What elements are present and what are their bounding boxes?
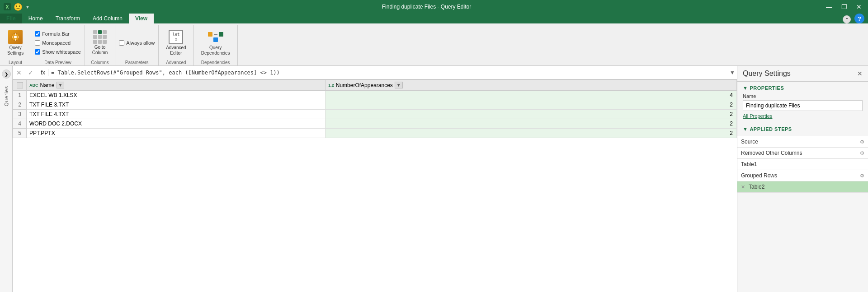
query-settings-button[interactable]: QuerySettings [4,28,27,58]
formula-fn-label: fx [38,69,48,76]
tab-view[interactable]: View [129,14,154,23]
step-removed-other-columns[interactable]: Removed Other Columns ⚙ [737,148,868,159]
left-sidebar: ❯ Queries [0,66,13,292]
step-removed-other-columns-gear[interactable]: ⚙ [860,150,864,156]
table-row: 1 EXCEL WB 1.XLSX 4 [13,91,737,100]
ribbon-tabs: File Home Transform Add Column View ⌃ ? [0,14,868,23]
advanced-editor-button[interactable]: letx= AdvancedEditor [162,28,189,58]
always-allow-checkbox-row[interactable]: Always allow [119,39,155,46]
maximize-button[interactable]: ❐ [839,2,850,11]
advanced-group-content: letx= AdvancedEditor [162,26,189,59]
row-3-name: TXT FILE 4.TXT [27,110,326,119]
ribbon-group-dependencies: QueryDependencies Dependencies [194,25,238,65]
tab-transform[interactable]: Transform [49,14,86,23]
query-name-input[interactable] [743,100,863,111]
step-grouped-rows[interactable]: Grouped Rows ⚙ [737,170,868,181]
row-1-appearances: 4 [326,91,737,100]
properties-section-title: ▼ PROPERTIES [743,85,863,91]
properties-arrow-icon: ▼ [743,85,748,91]
right-panel-header: Query Settings ✕ [737,66,868,82]
row-5-appearances: 2 [326,129,737,138]
collapse-ribbon-button[interactable]: ⌃ [843,15,851,23]
step-source-gear[interactable]: ⚙ [860,139,864,145]
help-button[interactable]: ? [854,14,864,23]
appearances-col-type-icon: 1.2 [328,83,334,88]
step-table1[interactable]: Table1 [737,159,868,170]
editor-area: ✕ ✓ fx ▼ ABC [13,66,737,292]
data-grid-wrapper: ABC Name ▼ 1.2 NumberOfAppearances ▼ [13,79,737,292]
step-source[interactable]: Source ⚙ [737,136,868,148]
always-allow-checkbox[interactable] [119,40,124,46]
advanced-editor-label: AdvancedEditor [166,45,186,56]
window-title: Finding duplicate Files - Query Editor [30,4,823,10]
applied-steps-label: APPLIED STEPS [750,126,792,132]
formula-expand-button[interactable]: ▼ [730,70,735,76]
emoji-icon: 🙂 [14,3,23,11]
step-table2-x[interactable]: ✕ [741,184,745,190]
formula-bar: ✕ ✓ fx ▼ [13,66,737,79]
svg-point-1 [14,36,17,38]
ribbon-group-columns: Go toColumn Columns [85,25,115,65]
appearances-col-filter[interactable]: ▼ [395,82,403,88]
monospaced-label: Monospaced [42,40,71,46]
settings-svg [11,32,20,42]
close-button[interactable]: ✕ [854,2,864,11]
excel-icon: X [4,3,11,10]
row-3-appearances: 2 [326,110,737,119]
query-dependencies-label: QueryDependencies [201,45,230,56]
grid-corner-header [13,80,27,91]
go-to-column-button[interactable]: Go toColumn [89,28,111,57]
step-table1-label: Table1 [741,161,757,167]
tab-add-column[interactable]: Add Column [86,14,129,23]
monospaced-checkbox-row[interactable]: Monospaced [35,39,71,46]
row-num-1: 1 [13,91,27,100]
applied-steps-title: ▼ APPLIED STEPS [743,126,863,132]
dependencies-group-label: Dependencies [198,59,234,65]
columns-group-label: Columns [89,59,111,65]
ribbon-group-parameters: Always allow Parameters [115,25,159,65]
all-properties-link[interactable]: All Properties [743,113,772,119]
table-row: 3 TXT FILE 4.TXT 2 [13,110,737,119]
properties-title-label: PROPERTIES [750,85,784,91]
applied-steps-section: ▼ APPLIED STEPS [737,123,868,134]
svg-rect-5 [18,37,19,37]
column-header-name: ABC Name ▼ [27,80,326,91]
parameters-group-content: Always allow [119,26,155,59]
step-table2[interactable]: ✕ Table2 [737,181,868,193]
row-4-appearances: 2 [326,119,737,129]
tab-home[interactable]: Home [22,14,49,23]
name-col-filter[interactable]: ▼ [57,82,65,88]
formula-input[interactable] [51,70,727,76]
show-whitespace-checkbox[interactable] [35,49,40,55]
formula-accept-button[interactable]: ✓ [26,69,35,76]
dependencies-group-content: QueryDependencies [198,26,234,59]
minimize-button[interactable]: — [823,2,835,11]
ribbon-group-data-preview: Formula Bar Monospaced Show whitespace D… [31,25,85,65]
ribbon: QuerySettings Layout Formula Bar Monospa… [0,23,868,66]
query-settings-label: QuerySettings [7,45,24,56]
appearances-col-label: NumberOfAppearances [336,82,393,88]
svg-rect-2 [15,33,16,35]
go-to-column-label: Go toColumn [92,45,108,56]
formula-bar-checkbox-row[interactable]: Formula Bar [35,30,70,37]
ribbon-group-layout: QuerySettings Layout [0,25,31,65]
query-dependencies-icon [208,30,223,44]
formula-cancel-button[interactable]: ✕ [14,69,24,76]
data-preview-group-label: Data Preview [35,59,81,65]
applied-steps-arrow-icon: ▼ [743,126,748,132]
title-bar-controls: — ❐ ✕ [823,2,864,11]
main-content: ❯ Queries ✕ ✓ fx ▼ [0,66,868,292]
table-row: 4 WORD DOC 2.DOCX 2 [13,119,737,129]
formula-bar-checkbox[interactable] [35,31,40,37]
monospaced-checkbox[interactable] [35,40,40,46]
row-2-name: TXT FILE 3.TXT [27,100,326,110]
tab-file[interactable]: File [0,14,22,23]
column-header-appearances: 1.2 NumberOfAppearances ▼ [326,80,737,91]
query-dependencies-button[interactable]: QueryDependencies [198,28,234,58]
right-panel-close-button[interactable]: ✕ [857,70,863,77]
go-to-column-icon [93,30,107,44]
step-grouped-rows-gear[interactable]: ⚙ [860,173,864,179]
sidebar-expand-button[interactable]: ❯ [2,70,11,79]
grid-corner-icon [17,82,23,88]
show-whitespace-checkbox-row[interactable]: Show whitespace [35,48,81,56]
